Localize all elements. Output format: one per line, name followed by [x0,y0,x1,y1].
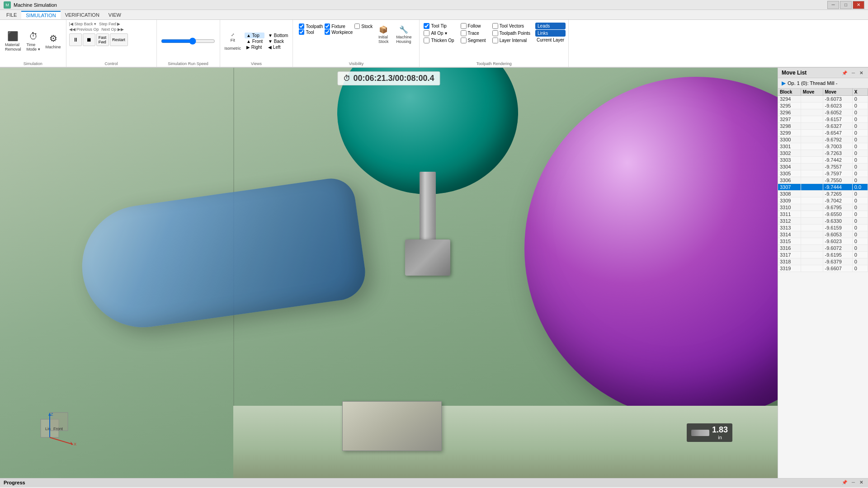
leads-button[interactable]: Leads [535,23,566,29]
isometric-button[interactable]: Isometric [223,45,243,52]
table-row[interactable]: 3304 -9.7557 0 [778,164,868,170]
all-op-button[interactable]: All Op ▾ [422,30,455,37]
table-row[interactable]: 3311 -9.6550 0 [778,211,868,218]
pause-button[interactable]: ⏸ [69,33,82,46]
table-row[interactable]: 3295 -9.6023 0 [778,103,868,109]
table-row[interactable]: 3314 -9.6053 0 [778,231,868,238]
menu-simulation[interactable]: SIMULATION [21,11,60,19]
tooltip-button[interactable]: Tool Tip [422,23,455,29]
right-view-button[interactable]: ▶ Right [245,44,264,50]
top-view-button[interactable]: ▲ Top [245,33,264,38]
cell-move2: -9.6052 [823,109,852,116]
table-row[interactable]: 3296 -9.6052 0 [778,109,868,116]
cell-move1 [801,116,823,123]
material-removal-button[interactable]: ⬛ MaterialRemoval [3,28,24,55]
tool-vectors-button[interactable]: Tool Vectors [491,23,532,29]
titlebar-controls[interactable]: ─ □ ✕ [827,1,864,9]
cell-block: 3306 [778,177,801,184]
viewport[interactable]: ⏱ 00:06:21.3/00:08:00.4 Lin Front Z X [0,68,778,478]
fast-forward-button[interactable]: FastFwd [96,33,109,46]
follow-button[interactable]: Follow [459,23,487,29]
table-row[interactable]: 3307 -9.7444 0.0 [778,184,868,191]
table-row[interactable]: 3306 -9.7550 0 [778,177,868,184]
segment-button[interactable]: Segment [459,37,487,44]
cell-move2: -9.6023 [823,103,852,109]
toolpath-check[interactable]: Toolpath [299,23,323,29]
time-mode-button[interactable]: ⏱ TimeMode ▾ [24,28,42,55]
menu-view[interactable]: VIEW [104,11,126,19]
titlebar-left: M Machine Simulation [4,1,57,9]
table-row[interactable]: 3303 -9.7442 0 [778,157,868,164]
table-row[interactable]: 3308 -9.7265 0 [778,191,868,197]
table-row[interactable]: 3313 -9.6159 0 [778,225,868,231]
table-row[interactable]: 3299 -9.6547 0 [778,130,868,136]
table-row[interactable]: 3310 -9.6795 0 [778,204,868,211]
progress-close-button[interactable]: ✕ [858,479,864,485]
table-row[interactable]: 3316 -9.6072 0 [778,245,868,252]
table-row[interactable]: 3298 -9.6327 0 [778,123,868,130]
cell-move1 [801,225,823,231]
table-row[interactable]: 3312 -9.6330 0 [778,218,868,225]
progress-minimize-button[interactable]: ─ [850,479,856,485]
cell-block: 3297 [778,116,801,123]
layer-interval-button[interactable]: Layer Interval [491,37,532,44]
ribbon: ⬛ MaterialRemoval ⏱ TimeMode ▾ ⚙ Machine… [0,20,868,68]
table-row[interactable]: 3302 -9.7263 0 [778,150,868,157]
table-row[interactable]: 3309 -9.7042 0 [778,197,868,204]
cell-move1 [801,191,823,197]
progress-pin-button[interactable]: 📌 [840,479,849,485]
links-button[interactable]: Links [535,30,566,37]
minimize-button[interactable]: ─ [827,1,839,9]
machine-button[interactable]: ⚙ Machine [43,28,63,55]
table-row[interactable]: 3294 -9.6073 0 [778,96,868,103]
table-row[interactable]: 3305 -9.7597 0 [778,170,868,177]
table-row[interactable]: 3317 -9.6195 0 [778,252,868,258]
table-row[interactable]: 3300 -9.6792 0 [778,136,868,143]
close-button[interactable]: ✕ [853,1,864,9]
table-row[interactable]: 3315 -9.6023 0 [778,238,868,245]
simulation-group-label: Simulation [3,61,63,66]
table-row[interactable]: 3318 -9.6379 0 [778,258,868,265]
toolpath-points-button[interactable]: Toolpath Points [491,30,532,37]
prev-op-label: ◀◀ Previous Op [69,27,99,32]
cell-x: 0 [852,103,868,109]
cell-move1 [801,123,823,130]
front-view-button[interactable]: ▲ Front [245,38,264,44]
cell-move1 [801,204,823,211]
sim-speed-slider[interactable] [161,38,215,45]
current-layer-button[interactable]: Current Layer [535,37,566,43]
bottom-area: Progress 📌 ─ ✕ [0,478,868,488]
move-list-table[interactable]: Block Move Move X 3294 -9.6073 0 3295 -9… [778,89,868,478]
cell-x: 0.0 [852,184,868,191]
menu-file[interactable]: FILE [2,11,21,19]
move-list-pin-button[interactable]: 📌 [840,70,849,76]
move-list-close-button[interactable]: ✕ [858,70,864,76]
col-block: Block [778,89,801,96]
depth-unit: in [712,435,728,440]
stop-button[interactable]: ⏹ [83,33,95,46]
restart-button[interactable]: Restart [110,33,128,46]
table-row[interactable]: 3301 -9.7003 0 [778,143,868,150]
tool-check[interactable]: Tool [299,29,323,35]
stock-check[interactable]: Stock [354,23,373,29]
menubar: FILE SIMULATION VERIFICATION VIEW [0,10,868,20]
table-row[interactable]: 3319 -9.6607 0 [778,265,868,272]
workpiece-check[interactable]: Workpiece [325,29,353,35]
move-list-minimize-button[interactable]: ─ [850,70,856,76]
table-row[interactable]: 3297 -9.6157 0 [778,116,868,123]
bottom-view-button[interactable]: ▼ Bottom [266,33,290,38]
cell-block: 3295 [778,103,801,109]
cell-x: 0 [852,231,868,238]
fixture-check[interactable]: Fixture [325,23,353,29]
cell-x: 0 [852,123,868,130]
trace-button[interactable]: Trace [459,30,487,37]
back-view-button[interactable]: ▼ Back [266,38,290,44]
maximize-button[interactable]: □ [840,1,852,9]
thicken-op-button[interactable]: Thicken Op [422,37,455,44]
cell-move1 [801,150,823,157]
initial-stock-button[interactable]: 📦 InitialStock [374,23,392,46]
machine-housing-button[interactable]: 🔧 MachineHousing [394,23,413,46]
fit-button[interactable]: ⤢ Fit [225,31,241,44]
menu-verification[interactable]: VERIFICATION [61,11,104,19]
left-view-button[interactable]: ◀ Left [266,44,290,50]
